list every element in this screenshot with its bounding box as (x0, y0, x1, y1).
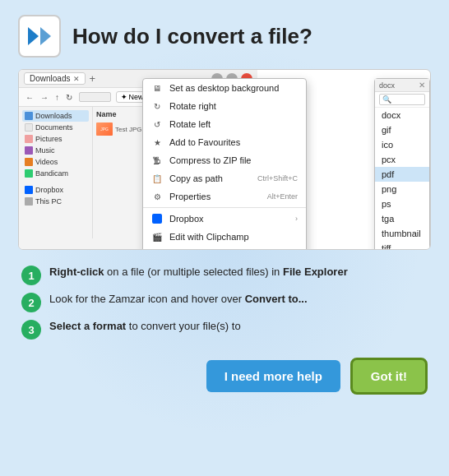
back-btn[interactable]: ← (24, 92, 35, 103)
screenshot-area: Downloads ✕ + ← → ↑ ↻ ✦ N (18, 69, 431, 250)
ctx-onedrive[interactable]: OneDrive › (143, 246, 306, 250)
gotit-button[interactable]: Got it! (350, 358, 428, 395)
ctx-copy-path[interactable]: 📋 Copy as path Ctrl+Shift+C (143, 169, 306, 187)
ctx-clipchamp-label: Edit with Clipchamp (169, 232, 298, 242)
clipchamp-icon: 🎬 (151, 231, 163, 243)
step-3-number: 3 (21, 320, 41, 340)
compress-icon: 🗜 (151, 155, 163, 166)
ctx-properties-shortcut: Alt+Enter (267, 192, 298, 201)
tab-close-btn[interactable]: ✕ (73, 75, 80, 83)
ctx-desktop-bg-label: Set as desktop background (169, 83, 298, 93)
ctx-rotate-left-label: Rotate left (169, 119, 298, 129)
ctx-compress[interactable]: 🗜 Compress to ZIP file (143, 151, 306, 169)
ctx-properties-label: Properties (169, 192, 261, 201)
file-thumbnail: JPG (96, 122, 113, 136)
format-item-ico[interactable]: ico (375, 137, 429, 152)
step-1-bold-1: Right-click (49, 266, 104, 278)
help-button[interactable]: I need more help (206, 360, 340, 392)
format-dropdown: docx ✕ docx gif ico pcx pdf png ps tga t… (374, 78, 430, 250)
new-tab-btn[interactable]: + (89, 72, 95, 85)
step-1-text: Right-click on a file (or multiple selec… (49, 265, 348, 280)
nav-dropbox-label: Dropbox (35, 186, 63, 194)
format-item-gif[interactable]: gif (375, 122, 429, 137)
ctx-compress-label: Compress to ZIP file (169, 155, 298, 165)
format-search-area (375, 92, 429, 108)
nav-bandicam-label: Bandicam (35, 169, 68, 178)
favourites-icon: ★ (151, 136, 163, 148)
nav-videos-label: Videos (35, 158, 58, 166)
format-dropdown-header: docx ✕ (375, 79, 429, 92)
step-3: 3 Select a format to convert your file(s… (18, 319, 431, 340)
ctx-properties[interactable]: ⚙ Properties Alt+Enter (143, 187, 306, 206)
step-2-bold: Convert to... (245, 293, 308, 305)
format-item-tga[interactable]: tga (375, 211, 429, 226)
dropbox-icon (151, 213, 163, 224)
properties-icon: ⚙ (151, 191, 163, 202)
ctx-copy-path-label: Copy as path (169, 173, 251, 183)
ctx-favourites-label: Add to Favourites (169, 137, 298, 147)
ctx-dropbox-arrow: › (295, 215, 298, 223)
explorer-tab[interactable]: Downloads ✕ (24, 72, 86, 85)
nav-documents[interactable]: Documents (22, 122, 89, 133)
format-item-tiff[interactable]: tiff (375, 241, 429, 250)
nav-downloads-label: Downloads (35, 112, 72, 120)
ctx-rotate-right-label: Rotate right (169, 101, 298, 111)
nav-music[interactable]: Music (22, 145, 89, 156)
rotate-left-icon: ↺ (151, 118, 163, 130)
refresh-btn[interactable]: ↻ (64, 92, 74, 103)
step-1-bold-2: File Explorer (283, 266, 348, 278)
ctx-desktop-bg[interactable]: 🖥 Set as desktop background (143, 79, 306, 97)
format-item-thumbnail[interactable]: thumbnail (375, 226, 429, 241)
onedrive-icon (151, 249, 163, 250)
nav-pictures-label: Pictures (35, 135, 62, 143)
forward-btn[interactable]: → (39, 92, 50, 103)
format-item-docx[interactable]: docx (375, 108, 429, 122)
format-search-input[interactable] (379, 94, 425, 105)
nav-videos[interactable]: Videos (22, 156, 89, 168)
ctx-separator-1 (143, 207, 306, 208)
steps-list: 1 Right-click on a file (or multiple sel… (18, 261, 431, 353)
ctx-dropbox[interactable]: Dropbox › (143, 210, 306, 228)
rotate-right-icon: ↻ (151, 100, 163, 112)
step-1: 1 Right-click on a file (or multiple sel… (18, 265, 431, 285)
nav-music-label: Music (35, 146, 55, 155)
nav-thispc-label: This PC (35, 197, 62, 206)
step-1-number: 1 (21, 266, 41, 285)
desktop-bg-icon: 🖥 (151, 82, 163, 94)
copy-path-icon: 📋 (151, 173, 163, 184)
format-item-pcx[interactable]: pcx (375, 152, 429, 167)
step-3-bold: Select a format (49, 320, 126, 332)
format-item-ps[interactable]: ps (375, 196, 429, 211)
context-menu: 🖥 Set as desktop background ↻ Rotate rig… (142, 78, 307, 250)
nav-pictures[interactable]: Pictures (22, 133, 89, 145)
step-2: 2 Look for the Zamzar icon and hover ove… (18, 292, 431, 312)
format-close-btn[interactable]: ✕ (419, 81, 425, 90)
up-btn[interactable]: ↑ (53, 92, 61, 103)
step-2-number: 2 (21, 293, 41, 312)
format-item-pdf[interactable]: pdf (375, 167, 429, 182)
page-header: How do I convert a file? (18, 15, 431, 58)
ctx-clipchamp[interactable]: 🎬 Edit with Clipchamp (143, 228, 306, 246)
page-title: How do I convert a file? (72, 24, 312, 49)
ctx-dropbox-label: Dropbox (169, 214, 289, 224)
nav-documents-label: Documents (35, 123, 73, 132)
step-2-text: Look for the Zamzar icon and hover over … (49, 292, 308, 307)
buttons-area: I need more help Got it! (18, 353, 431, 398)
nav-dropbox[interactable]: Dropbox (22, 184, 89, 196)
ctx-rotate-left[interactable]: ↺ Rotate left (143, 115, 306, 133)
ctx-copy-path-shortcut: Ctrl+Shift+C (257, 174, 298, 183)
step-3-text: Select a format to convert your file(s) … (49, 319, 241, 334)
nav-thispc[interactable]: This PC (22, 196, 89, 207)
format-item-png[interactable]: png (375, 182, 429, 196)
nav-bandicam[interactable]: Bandicam (22, 168, 89, 179)
ctx-favourites[interactable]: ★ Add to Favourites (143, 133, 306, 151)
ctx-rotate-right[interactable]: ↻ Rotate right (143, 97, 306, 115)
tab-label: Downloads (30, 74, 70, 83)
sidebar-nav: Downloads Documents Pictures Music (19, 107, 93, 238)
zamzar-logo (18, 15, 61, 58)
nav-downloads[interactable]: Downloads (22, 110, 89, 122)
format-header-text: docx (379, 81, 395, 90)
